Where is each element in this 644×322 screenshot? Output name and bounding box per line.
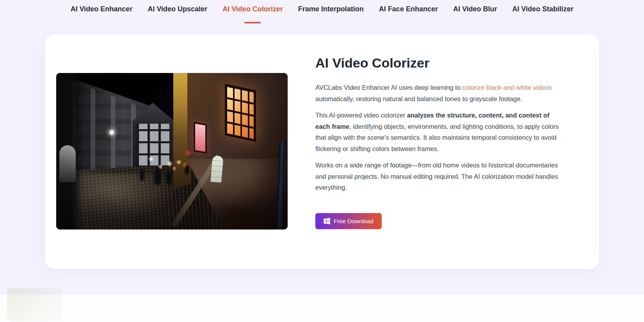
- photo-vignette: [56, 73, 288, 229]
- colorized-street-photo: [56, 73, 288, 229]
- paragraph-intro-text: AVCLabs Video Enhancer AI uses deep lear…: [315, 84, 462, 91]
- feature-card: AI Video Colorizer AVCLabs Video Enhance…: [45, 34, 599, 269]
- next-section-image-peek: [7, 288, 62, 322]
- feature-tabs: AI Video EnhancerAI Video UpscalerAI Vid…: [0, 0, 644, 23]
- colorize-videos-link[interactable]: colorize black-and-white videos: [462, 84, 551, 91]
- tab-ai-face-enhancer[interactable]: AI Face Enhancer: [379, 5, 438, 23]
- windows-logo-icon: [324, 218, 330, 224]
- paragraph-footage: Works on a wide range of footage—from ol…: [315, 160, 561, 193]
- tab-ai-video-blur[interactable]: AI Video Blur: [453, 5, 497, 23]
- tab-ai-video-colorizer[interactable]: AI Video Colorizer: [222, 5, 283, 23]
- tab-frame-interpolation[interactable]: Frame Interpolation: [298, 5, 364, 23]
- paragraph-analysis-text-after: , identifying objects, environments, and…: [315, 123, 559, 152]
- page-title: AI Video Colorizer: [315, 55, 561, 71]
- tab-ai-video-stabilizer[interactable]: AI Video Stabilizer: [512, 5, 574, 23]
- paragraph-analysis-text: This AI-powered video colorizer: [315, 112, 407, 119]
- tab-ai-video-enhancer[interactable]: AI Video Enhancer: [71, 5, 133, 23]
- feature-text-column: AI Video Colorizer AVCLabs Video Enhance…: [315, 55, 561, 229]
- active-tab-indicator: [244, 22, 261, 23]
- paragraph-intro-text-after: automatically, restoring natural and bal…: [315, 95, 522, 102]
- free-download-label: Free Download: [334, 218, 374, 224]
- free-download-button[interactable]: Free Download: [315, 213, 382, 229]
- paragraph-analysis: This AI-powered video colorizer analyzes…: [315, 110, 561, 154]
- tab-ai-video-upscaler[interactable]: AI Video Upscaler: [148, 5, 207, 23]
- next-section: [0, 295, 644, 322]
- paragraph-intro: AVCLabs Video Enhancer AI uses deep lear…: [315, 82, 561, 104]
